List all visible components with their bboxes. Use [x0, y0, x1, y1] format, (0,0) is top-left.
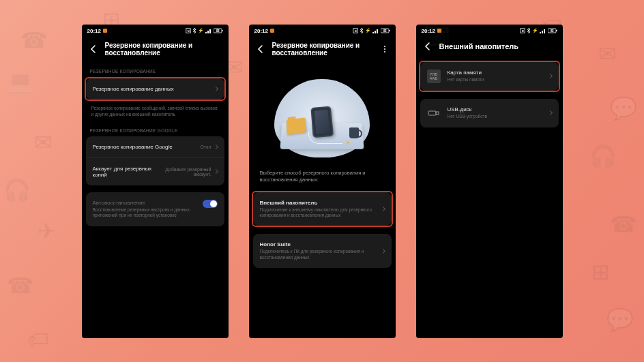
svg-text:N: N	[355, 29, 357, 33]
bluetooth-icon	[527, 28, 531, 33]
google-backup-value: Откл	[201, 145, 211, 149]
status-time: 20:12	[87, 28, 101, 34]
section-label-google: РЕЗЕРВНОЕ КОПИРОВАНИЕ GOOGLE	[86, 121, 224, 136]
autorestore-label: Автовосстановление	[93, 200, 203, 206]
row-honor-suite[interactable]: Honor Suite Подключитесь к ПК для резерв…	[253, 234, 392, 268]
backup-account-label: Аккаунт для резервных копий	[93, 166, 164, 178]
svg-rect-3	[222, 30, 223, 31]
bluetooth-icon	[360, 28, 364, 33]
row-google-backup[interactable]: Резервное копирование Google Откл	[86, 136, 224, 158]
chevron-right-icon	[380, 207, 385, 211]
row-autorestore[interactable]: Автовосстановление Восстановление резерв…	[86, 192, 224, 226]
nfc-icon: N	[353, 28, 358, 33]
backup-account-value: Добавьте резервный аккаунт.	[164, 167, 211, 177]
highlight-box: 7ЛБ4АБ Карта памяти Нет карты памяти	[419, 61, 560, 92]
signal-icon	[372, 28, 379, 33]
status-time: 20:12	[254, 28, 268, 34]
external-storage-sub: Подключение к внешнему накопителю для ре…	[260, 207, 381, 219]
backup-data-label: Резервное копирование данных	[93, 86, 214, 92]
row-external-storage[interactable]: Внешний накопитель Подключение к внешнем…	[253, 192, 392, 226]
row-backup-account[interactable]: Аккаунт для резервных копий Добавьте рез…	[86, 158, 224, 185]
external-storage-label: Внешний накопитель	[260, 200, 381, 206]
sd-card-sub: Нет карты памяти	[448, 77, 548, 82]
nfc-icon: N	[520, 28, 525, 33]
phone-screen-2: 20:12 N ⚡ 83 Резервное копирование и вос…	[249, 25, 396, 338]
chevron-right-icon	[213, 145, 218, 149]
svg-text:N: N	[188, 29, 190, 33]
usb-disk-sub: Нет USB-устройств	[448, 114, 548, 119]
highlight-box: Резервное копирование данных	[85, 77, 226, 101]
notification-icon	[270, 29, 274, 33]
honor-suite-label: Honor Suite	[260, 241, 381, 247]
chevron-right-icon	[213, 86, 218, 91]
google-backup-group: Резервное копирование Google Откл Аккаун…	[86, 136, 224, 185]
row-usb-disk[interactable]: USB-диск Нет USB-устройств	[420, 99, 559, 127]
battery-icon: 83	[214, 28, 223, 33]
sd-card-label: Карта памяти	[448, 70, 548, 76]
nfc-icon: N	[186, 28, 191, 33]
svg-rect-16	[436, 112, 439, 115]
row-sd-card[interactable]: 7ЛБ4АБ Карта памяти Нет карты памяти	[420, 62, 559, 91]
svg-text:83: 83	[383, 29, 386, 33]
usb-disk-icon	[427, 106, 441, 120]
page-title: Резервное копирование и восстановление	[272, 42, 374, 57]
status-icons: N ⚡ 83	[353, 28, 390, 33]
status-icons: N ⚡ 83	[186, 28, 223, 33]
svg-rect-8	[389, 30, 390, 31]
backup-illustration: ✦	[274, 79, 370, 157]
status-bar: 20:12 N ⚡ 83	[249, 25, 396, 36]
chevron-right-icon	[547, 110, 552, 115]
chevron-right-icon	[547, 74, 552, 78]
back-button[interactable]	[256, 44, 265, 54]
title-bar: Резервное копирование и восстановление	[82, 36, 229, 62]
backup-help-text: Резервное копирование сообщений, записей…	[86, 101, 224, 121]
title-bar: Резервное копирование и восстановление	[249, 36, 396, 62]
autorestore-sub: Восстановление резервных настроек и данн…	[93, 207, 203, 219]
honor-suite-sub: Подключитесь к ПК для резервного копиров…	[260, 249, 381, 260]
bluetooth-icon	[192, 28, 196, 33]
highlight-box: Внешний накопитель Подключение к внешнем…	[252, 191, 393, 228]
mute-icon: ⚡	[365, 28, 371, 33]
phone-screen-1: 20:12 N ⚡ 83 Резервное копирование и вос…	[82, 25, 229, 338]
phone-screen-3: 20:12 N ⚡ 83 Внешний накопитель 7ЛБ4АБ К…	[416, 25, 563, 338]
more-menu-button[interactable]	[381, 46, 389, 52]
page-title: Резервное копирование и восстановление	[105, 42, 222, 57]
chevron-right-icon	[213, 169, 218, 174]
google-backup-label: Резервное копирование Google	[93, 144, 201, 150]
signal-icon	[205, 28, 212, 33]
row-backup-data[interactable]: Резервное копирование данных	[86, 78, 224, 100]
svg-rect-15	[428, 111, 436, 115]
autorestore-toggle[interactable]	[203, 200, 218, 208]
svg-text:N: N	[522, 29, 524, 33]
chevron-right-icon	[380, 249, 385, 254]
section-label-backup: РЕЗЕРВНОЕ КОПИРОВАНИЕ	[86, 62, 224, 77]
back-button[interactable]	[89, 44, 98, 54]
mute-icon: ⚡	[198, 28, 204, 33]
mute-icon: ⚡	[532, 28, 538, 33]
sd-card-icon: 7ЛБ4АБ	[427, 70, 441, 83]
battery-icon: 83	[381, 28, 390, 33]
backup-prompt: Выберите способ резервного копирования и…	[253, 164, 392, 191]
svg-text:83: 83	[216, 29, 219, 33]
page-title: Внешний накопитель	[439, 42, 556, 50]
usb-disk-label: USB-диск	[448, 106, 548, 112]
